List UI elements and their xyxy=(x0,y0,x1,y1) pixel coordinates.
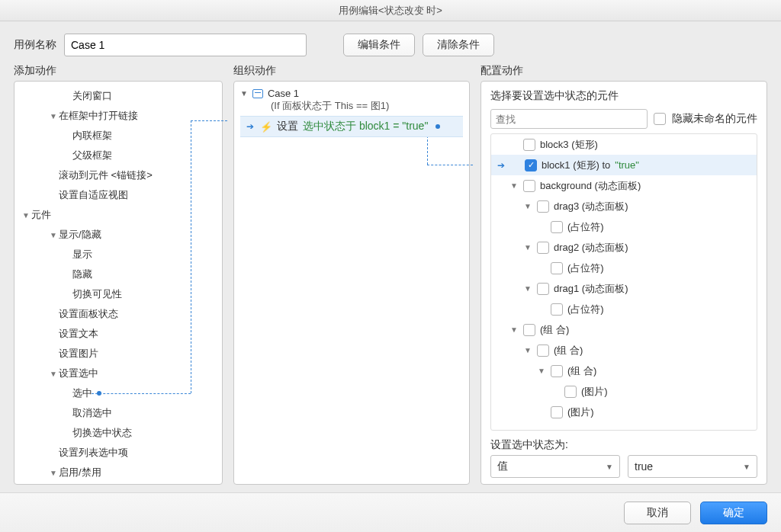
tree-item[interactable]: 设置列表选中项 xyxy=(14,443,222,463)
arrow-icon: ➔ xyxy=(246,121,254,132)
item-checkbox[interactable] xyxy=(564,386,577,398)
item-checkbox[interactable] xyxy=(537,345,549,357)
item-checkbox[interactable] xyxy=(551,303,563,316)
widget-item-value: "true" xyxy=(615,159,639,171)
value-select[interactable]: true▼ xyxy=(628,455,757,478)
set-state-label: 设置选中状态为: xyxy=(490,438,568,452)
disclosure-icon[interactable]: ▼ xyxy=(48,370,59,378)
case-name-input[interactable] xyxy=(64,34,307,56)
item-checkbox[interactable] xyxy=(523,139,535,151)
tree-item-label: 父级框架 xyxy=(72,149,112,162)
disclosure-icon[interactable]: ▼ xyxy=(21,211,31,220)
widget-tree-item[interactable]: block3 (矩形) xyxy=(491,134,757,155)
tree-item-label: 设置自适应视图 xyxy=(59,188,128,202)
chevron-down-icon: ▼ xyxy=(606,463,613,471)
widget-tree-item[interactable]: ▼drag1 (动态面板) xyxy=(491,278,757,299)
widget-item-label: (图片) xyxy=(581,385,608,399)
tree-item[interactable]: 切换选中状态 xyxy=(14,423,222,443)
endpoint-dot xyxy=(435,124,440,129)
widget-item-label: (图片) xyxy=(567,405,594,419)
tree-item-label: 设置面板状态 xyxy=(59,307,118,321)
item-checkbox[interactable] xyxy=(551,406,563,418)
action-item[interactable]: ➔ ⚡ 设置 选中状态于 block1 = "true" xyxy=(240,116,463,137)
config-title: 选择要设置选中状态的元件 xyxy=(490,89,757,103)
widget-item-label: (占位符) xyxy=(567,220,604,234)
disclosure-icon[interactable]: ▼ xyxy=(523,284,532,293)
chevron-down-icon: ▼ xyxy=(743,463,750,471)
tree-item-label: 设置文本 xyxy=(59,327,98,341)
widget-tree-item[interactable]: ▼drag3 (动态面板) xyxy=(491,196,757,216)
value-type-select[interactable]: 值▼ xyxy=(490,455,620,478)
col-header-organize: 组织动作 xyxy=(233,64,470,78)
widget-tree-item[interactable]: ➔✓block1 (矩形) to "true" xyxy=(491,155,757,175)
case-icon xyxy=(252,89,263,98)
item-checkbox[interactable] xyxy=(551,262,563,274)
widget-tree-item[interactable]: ▼(组 合) xyxy=(491,319,757,340)
widget-tree-item[interactable]: (占位符) xyxy=(491,258,757,278)
tree-item-label: 切换可见性 xyxy=(72,287,122,301)
item-checkbox[interactable] xyxy=(551,365,563,377)
item-checkbox[interactable] xyxy=(523,180,535,192)
widget-item-label: drag3 (动态面板) xyxy=(554,200,628,213)
tree-item-label: 设置列表选中项 xyxy=(59,446,128,460)
widget-tree[interactable]: block3 (矩形)➔✓block1 (矩形) to "true"▼backg… xyxy=(490,133,757,431)
edit-condition-button[interactable]: 编辑条件 xyxy=(343,34,415,56)
tree-item-label: 元件 xyxy=(31,208,51,222)
tree-item[interactable]: 启用 xyxy=(14,482,222,484)
disclosure-icon[interactable]: ▼ xyxy=(48,231,59,239)
item-checkbox[interactable] xyxy=(537,283,549,295)
tree-item-label: 内联框架 xyxy=(72,129,112,143)
tree-item-label: 取消选中 xyxy=(72,406,112,420)
item-checkbox[interactable] xyxy=(537,200,549,213)
disclosure-icon[interactable]: ▼ xyxy=(537,367,546,375)
tree-item-label: 显示/隐藏 xyxy=(59,228,101,242)
widget-item-label: drag1 (动态面板) xyxy=(554,282,628,296)
tree-item-label: 启用/禁用 xyxy=(59,466,101,479)
tree-item[interactable]: ▼启用/禁用 xyxy=(14,463,222,482)
action-text: 选中状态于 block1 = "true" xyxy=(303,120,428,133)
widget-tree-item[interactable]: ▼(组 合) xyxy=(491,340,757,361)
disclosure-icon[interactable]: ▼ xyxy=(240,89,248,98)
disclosure-icon[interactable]: ▼ xyxy=(523,346,532,354)
widget-item-label: (组 合) xyxy=(567,364,596,378)
item-checkbox[interactable] xyxy=(537,242,549,254)
tree-item-label: 在框架中打开链接 xyxy=(59,109,138,123)
widget-item-label: block1 (矩形) to xyxy=(542,159,610,172)
disclosure-icon[interactable]: ▼ xyxy=(523,202,532,210)
disclosure-icon[interactable]: ▼ xyxy=(48,469,59,477)
tree-item[interactable]: 关闭窗口 xyxy=(14,86,222,106)
cancel-button[interactable]: 取消 xyxy=(624,502,691,524)
disclosure-icon[interactable]: ▼ xyxy=(509,325,519,334)
action-prefix: 设置 xyxy=(277,120,298,133)
disclosure-icon[interactable]: ▼ xyxy=(523,243,532,252)
widget-tree-item[interactable]: ▼background (动态面板) xyxy=(491,175,757,196)
widget-tree-item[interactable]: (图片) xyxy=(491,381,757,402)
widget-item-label: block3 (矩形) xyxy=(540,138,598,152)
bolt-icon: ⚡ xyxy=(260,121,272,133)
tree-item-label: 选中 xyxy=(72,386,92,400)
window-title: 用例编辑<状态改变 时> xyxy=(0,0,781,21)
disclosure-icon[interactable]: ▼ xyxy=(509,181,519,190)
case-condition: (If 面板状态于 This == 图1) xyxy=(240,99,463,113)
item-checkbox[interactable] xyxy=(523,324,535,336)
case-label[interactable]: Case 1 xyxy=(268,88,299,99)
tree-item-label: 隐藏 xyxy=(72,268,92,281)
widget-item-label: background (动态面板) xyxy=(540,179,641,193)
clear-condition-button[interactable]: 清除条件 xyxy=(423,34,494,56)
ok-button[interactable]: 确定 xyxy=(700,502,767,524)
disclosure-icon[interactable]: ▼ xyxy=(48,112,59,120)
search-input[interactable] xyxy=(490,109,648,129)
tree-item-label: 切换选中状态 xyxy=(72,426,132,440)
widget-tree-item[interactable]: (占位符) xyxy=(491,216,757,237)
hide-unnamed-checkbox[interactable] xyxy=(654,113,666,125)
tree-item[interactable]: 取消选中 xyxy=(14,403,222,423)
tree-item-label: 关闭窗口 xyxy=(72,89,112,103)
widget-item-label: (组 合) xyxy=(554,344,583,357)
widget-tree-item[interactable]: ▼drag2 (动态面板) xyxy=(491,237,757,258)
widget-tree-item[interactable]: ▼(组 合) xyxy=(491,361,757,381)
widget-tree-item[interactable]: (图片) xyxy=(491,402,757,422)
item-checkbox[interactable]: ✓ xyxy=(525,159,537,171)
item-checkbox[interactable] xyxy=(551,221,563,233)
widget-tree-item[interactable]: (占位符) xyxy=(491,299,757,319)
widget-item-label: (组 合) xyxy=(540,323,569,337)
